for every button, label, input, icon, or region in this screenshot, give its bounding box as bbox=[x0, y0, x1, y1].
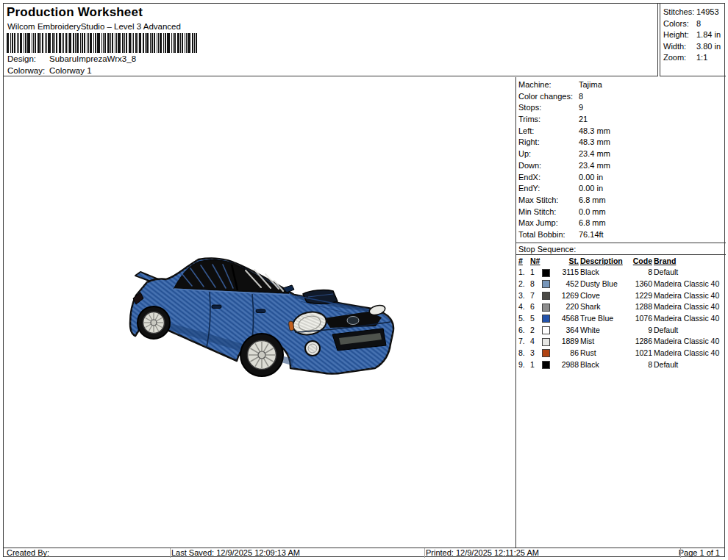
info-label: Max Stitch: bbox=[518, 195, 579, 207]
thread-description: Shark bbox=[580, 301, 629, 313]
thread-brand: Madeira Classic 40 bbox=[654, 279, 726, 290]
summary-label: Height: bbox=[663, 29, 696, 41]
thread-stitches: 3115 bbox=[554, 267, 579, 279]
thread-code: 1076 bbox=[631, 313, 652, 325]
thread-code: 1360 bbox=[631, 279, 652, 290]
car-illustration bbox=[124, 250, 396, 379]
design-summary-box: Stitches: 14953 Colors: 8 Height: 1.84 i… bbox=[660, 4, 726, 76]
info-value: Tajima bbox=[579, 79, 726, 91]
thread-row: 6. 2 364 White 9 Default bbox=[518, 325, 726, 337]
thread-row: 9. 1 2988 Black 8 Default bbox=[518, 359, 726, 371]
thread-needle: 5 bbox=[530, 313, 540, 325]
thread-brand: Madeira Classic 40 bbox=[654, 313, 726, 325]
thread-num: 5. bbox=[518, 313, 529, 325]
created-by-label: Created By: bbox=[7, 548, 49, 558]
info-value: 8 bbox=[579, 91, 726, 103]
thread-description: Dusty Blue bbox=[580, 279, 629, 290]
thread-color-swatch bbox=[542, 326, 550, 334]
thread-needle: 3 bbox=[530, 348, 540, 359]
info-label: Total Bobbin: bbox=[518, 229, 579, 241]
thread-num: 1. bbox=[518, 267, 529, 279]
col-code: Code bbox=[631, 256, 652, 268]
thread-color-swatch bbox=[542, 338, 550, 346]
info-value: 23.4 mm bbox=[579, 160, 726, 172]
thread-code: 1288 bbox=[631, 301, 652, 313]
info-label: Min Stitch: bbox=[518, 207, 579, 218]
info-label: EndY: bbox=[518, 183, 579, 195]
page-indicator: Page 1 of 1 bbox=[679, 548, 720, 558]
machine-info-row: Down: 23.4 mm bbox=[518, 160, 726, 172]
info-value: 6.8 mm bbox=[579, 218, 726, 229]
thread-description: Black bbox=[580, 359, 629, 371]
last-saved-text: Last Saved: 12/9/2025 12:09:13 AM bbox=[171, 548, 300, 558]
info-label: Trims: bbox=[518, 114, 579, 126]
thread-brand: Madeira Classic 40 bbox=[654, 290, 726, 302]
thread-stitches: 220 bbox=[554, 301, 579, 313]
col-brand: Brand bbox=[654, 256, 726, 268]
stop-sequence-rows: 1. 1 3115 Black 8 Default 2. 8 452 bbox=[518, 267, 726, 370]
thread-color-swatch bbox=[542, 349, 550, 357]
printed-text: Printed: 12/9/2025 12:11:25 AM bbox=[426, 548, 539, 558]
thread-code: 8 bbox=[631, 359, 652, 371]
embroidery-design-car bbox=[124, 250, 396, 379]
thread-code: 1286 bbox=[631, 336, 652, 348]
summary-value: 1.84 in bbox=[696, 29, 726, 41]
thread-needle: 8 bbox=[530, 279, 540, 290]
info-label: Max Jump: bbox=[518, 218, 579, 229]
thread-stitches: 1889 bbox=[554, 336, 579, 348]
summary-row: Height: 1.84 in bbox=[663, 29, 726, 41]
footer-divider bbox=[680, 548, 681, 558]
thread-needle: 1 bbox=[530, 267, 540, 279]
thread-num: 8. bbox=[518, 348, 529, 359]
thread-row: 8. 3 86 Rust 1021 Madeira Classic 40 bbox=[518, 348, 726, 359]
thread-stitches: 2988 bbox=[554, 359, 579, 371]
summary-row: Width: 3.80 in bbox=[663, 41, 726, 53]
thread-color-swatch bbox=[542, 292, 550, 300]
header-field: Colorway: Colorway 1 bbox=[7, 65, 136, 76]
machine-info-row: Color changes: 8 bbox=[518, 91, 726, 103]
machine-info-row: Right: 48.3 mm bbox=[518, 137, 726, 148]
thread-row: 7. 4 1889 Mist 1286 Madeira Classic 40 bbox=[518, 336, 726, 348]
summary-label: Zoom: bbox=[663, 52, 696, 64]
thread-brand: Madeira Classic 40 bbox=[654, 348, 726, 359]
info-value: 23.4 mm bbox=[579, 148, 726, 160]
info-label: Machine: bbox=[518, 79, 579, 91]
thread-code: 1229 bbox=[631, 290, 652, 302]
thread-brand: Madeira Classic 40 bbox=[654, 336, 726, 348]
thread-color-swatch bbox=[542, 315, 550, 323]
thread-description: Mist bbox=[580, 336, 629, 348]
thread-code: 8 bbox=[631, 267, 652, 279]
thread-row: 5. 5 4568 True Blue 1076 Madeira Classic… bbox=[518, 313, 726, 325]
machine-info-row: Min Stitch: 0.0 mm bbox=[518, 207, 726, 218]
machine-info-row: Left: 48.3 mm bbox=[518, 126, 726, 137]
machine-info-row: Up: 23.4 mm bbox=[518, 148, 726, 160]
machine-info-row: EndY: 0.00 in bbox=[518, 183, 726, 195]
rear-wheel bbox=[138, 306, 170, 339]
thread-row: 1. 1 3115 Black 8 Default bbox=[518, 267, 726, 279]
thread-num: 6. bbox=[518, 325, 529, 337]
info-value: 9 bbox=[579, 102, 726, 114]
info-label: Up: bbox=[518, 148, 579, 160]
production-worksheet-sheet: Production Worksheet Wilcom EmbroiderySt… bbox=[3, 3, 725, 557]
machine-info-row: Max Jump: 6.8 mm bbox=[518, 218, 726, 229]
info-label: Right: bbox=[518, 137, 579, 148]
thread-needle: 4 bbox=[530, 336, 540, 348]
door-handle bbox=[212, 305, 221, 309]
summary-label: Stitches: bbox=[663, 7, 696, 18]
thread-needle: 7 bbox=[530, 290, 540, 302]
thread-num: 7. bbox=[518, 336, 529, 348]
summary-value: 3.80 in bbox=[696, 41, 726, 53]
design-fields: Design: SubaruImprezaWrx3_8 Colorway: Co… bbox=[7, 53, 136, 76]
machine-info-row: Trims: 21 bbox=[518, 114, 726, 126]
summary-row: Colors: 8 bbox=[663, 18, 726, 30]
machine-info-row: EndX: 0.00 in bbox=[518, 172, 726, 184]
thread-brand: Default bbox=[654, 267, 726, 279]
field-label: Design: bbox=[7, 53, 49, 65]
col-description: Description bbox=[580, 256, 629, 268]
machine-info-list: Machine: Tajima Color changes: 8 Stops: … bbox=[516, 77, 726, 241]
info-value: 6.8 mm bbox=[579, 195, 726, 207]
machine-info-row: Machine: Tajima bbox=[518, 79, 726, 91]
thread-brand: Default bbox=[654, 359, 726, 371]
thread-code: 9 bbox=[631, 325, 652, 337]
machine-info-panel: Machine: Tajima Color changes: 8 Stops: … bbox=[515, 77, 726, 548]
